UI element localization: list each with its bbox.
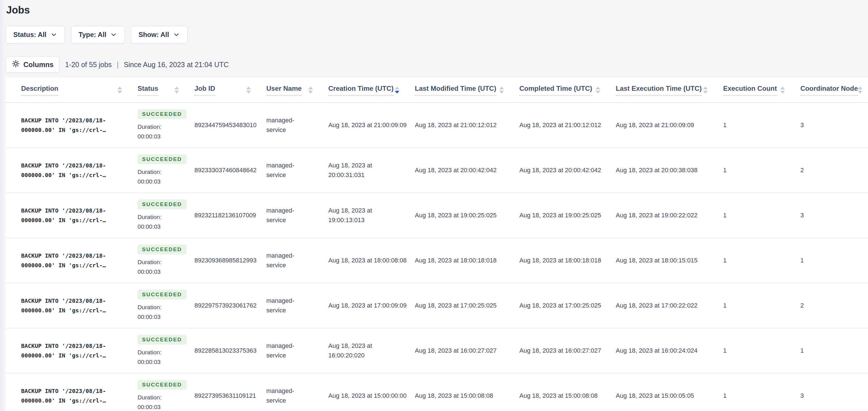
description-cell: BACKUP INTO '/2023/08/18-000000.00' IN '… — [21, 116, 137, 135]
table-row[interactable]: BACKUP INTO '/2023/08/18-000000.00' IN '… — [6, 148, 868, 193]
column-header-creation-time[interactable]: Creation Time (UTC) — [328, 85, 415, 95]
job-description[interactable]: BACKUP INTO '/2023/08/18-000000.00' IN '… — [21, 161, 106, 180]
since-timestamp: Since Aug 16, 2023 at 21:04 UTC — [124, 61, 228, 69]
user-name-cell: managed-service — [266, 161, 328, 180]
table-row[interactable]: BACKUP INTO '/2023/08/18-000000.00' IN '… — [6, 283, 868, 328]
sort-carets-icon — [395, 87, 399, 94]
results-count: 1-20 of 55 jobs — [65, 61, 112, 69]
coordinator-node-cell: 3 — [800, 120, 861, 130]
job-id-cell: 892309368985812993 — [194, 256, 266, 265]
chevron-down-icon — [51, 31, 57, 38]
column-header-last-execution-time[interactable]: Last Execution Time (UTC) — [616, 85, 723, 95]
column-label: Status — [137, 85, 158, 95]
description-cell: BACKUP INTO '/2023/08/18-000000.00' IN '… — [21, 296, 137, 315]
last-execution-time-cell: Aug 18, 2023 at 18:00:15:015 — [616, 256, 723, 265]
column-header-job-id[interactable]: Job ID — [194, 85, 266, 95]
table-row[interactable]: BACKUP INTO '/2023/08/18-000000.00' IN '… — [6, 103, 868, 148]
status-badge: SUCCEEDED — [137, 154, 187, 164]
execution-count-cell: 1 — [723, 391, 800, 401]
duration-label: Duration: — [137, 393, 189, 402]
user-name-cell: managed-service — [266, 341, 328, 360]
duration-label: Duration: — [137, 167, 189, 177]
last-execution-time-cell: Aug 18, 2023 at 19:00:22:022 — [616, 211, 723, 220]
job-description[interactable]: BACKUP INTO '/2023/08/18-000000.00' IN '… — [21, 341, 106, 360]
last-modified-time-cell: Aug 18, 2023 at 16:00:27:027 — [415, 346, 519, 355]
coordinator-node-cell: 2 — [800, 166, 861, 175]
completed-time-cell: Aug 18, 2023 at 16:00:27:027 — [519, 346, 616, 355]
sort-carets-icon — [246, 87, 251, 94]
sort-carets-icon — [308, 87, 313, 94]
status-filter-dropdown[interactable]: Status: All — [6, 26, 65, 43]
job-description[interactable]: BACKUP INTO '/2023/08/18-000000.00' IN '… — [21, 251, 106, 270]
description-cell: BACKUP INTO '/2023/08/18-000000.00' IN '… — [21, 161, 137, 180]
status-cell: SUCCEEDED Duration: 00:00:03 — [137, 154, 194, 186]
table-row[interactable]: BACKUP INTO '/2023/08/18-000000.00' IN '… — [6, 193, 868, 238]
column-header-description[interactable]: Description — [21, 85, 137, 95]
sort-carets-icon — [118, 87, 122, 94]
user-name: managed-service — [266, 341, 303, 360]
column-label: Creation Time (UTC) — [328, 85, 394, 95]
coordinator-node-cell: 1 — [800, 346, 861, 355]
execution-count-cell: 1 — [723, 166, 800, 175]
job-id-cell: 892321182136107009 — [194, 211, 266, 220]
column-label: Coordinator Node — [800, 85, 858, 95]
column-header-execution-count[interactable]: Execution Count — [723, 85, 800, 95]
creation-time: Aug 18, 2023 at 19:00:13:013 — [328, 206, 407, 225]
status-badge: SUCCEEDED — [137, 334, 187, 345]
duration-value: 00:00:03 — [137, 131, 189, 141]
creation-time-cell: Aug 18, 2023 at 17:00:09:09 — [328, 301, 415, 311]
show-filter-dropdown[interactable]: Show: All — [131, 26, 187, 43]
job-id-cell: 892297573923061762 — [194, 301, 266, 311]
column-label: Completed Time (UTC) — [519, 85, 592, 95]
columns-button[interactable]: Columns — [6, 56, 59, 73]
description-cell: BACKUP INTO '/2023/08/18-000000.00' IN '… — [21, 251, 137, 270]
column-label: Execution Count — [723, 85, 777, 95]
status-badge: SUCCEEDED — [137, 244, 187, 255]
jobs-table: Description Status Job ID User Name Crea… — [6, 78, 868, 411]
table-row[interactable]: BACKUP INTO '/2023/08/18-000000.00' IN '… — [6, 328, 868, 374]
column-header-user-name[interactable]: User Name — [266, 85, 328, 95]
column-header-last-modified-time[interactable]: Last Modified Time (UTC) — [415, 85, 519, 95]
creation-time-cell: Aug 18, 2023 at 21:00:09:09 — [328, 120, 415, 130]
completed-time-cell: Aug 18, 2023 at 19:00:25:025 — [519, 211, 616, 220]
duration-label: Duration: — [137, 257, 189, 267]
last-execution-time-cell: Aug 18, 2023 at 17:00:22:022 — [616, 301, 723, 311]
completed-time-cell: Aug 18, 2023 at 21:00:12:012 — [519, 120, 616, 130]
last-modified-time-cell: Aug 18, 2023 at 18:00:18:018 — [415, 256, 519, 265]
table-body: BACKUP INTO '/2023/08/18-000000.00' IN '… — [6, 103, 868, 411]
job-id-cell: 892285813023375363 — [194, 346, 266, 355]
sort-carets-icon — [596, 87, 600, 94]
job-id-cell: 892344759453483010 — [194, 120, 266, 130]
status-cell: SUCCEEDED Duration: 00:00:03 — [137, 109, 194, 141]
table-row[interactable]: BACKUP INTO '/2023/08/18-000000.00' IN '… — [6, 238, 868, 283]
coordinator-node-cell: 3 — [800, 391, 861, 401]
creation-time: Aug 18, 2023 at 20:00:31:031 — [328, 161, 407, 180]
duration-value: 00:00:03 — [137, 357, 189, 367]
column-header-completed-time[interactable]: Completed Time (UTC) — [519, 85, 616, 95]
last-modified-time-cell: Aug 18, 2023 at 19:00:25:025 — [415, 211, 519, 220]
duration-value: 00:00:03 — [137, 312, 189, 322]
job-description[interactable]: BACKUP INTO '/2023/08/18-000000.00' IN '… — [21, 296, 106, 315]
duration-value: 00:00:03 — [137, 402, 189, 411]
toolbar-separator: | — [117, 60, 119, 69]
execution-count-cell: 1 — [723, 301, 800, 311]
job-description[interactable]: BACKUP INTO '/2023/08/18-000000.00' IN '… — [21, 386, 106, 405]
sort-carets-icon — [499, 87, 504, 94]
job-id-cell: 892273953631109121 — [194, 391, 266, 401]
jobs-page: Jobs Status: All Type: All Show: All — [0, 0, 868, 411]
job-description[interactable]: BACKUP INTO '/2023/08/18-000000.00' IN '… — [21, 116, 106, 135]
completed-time-cell: Aug 18, 2023 at 15:00:08:08 — [519, 391, 616, 401]
coordinator-node-cell: 3 — [800, 211, 861, 220]
execution-count-cell: 1 — [723, 346, 800, 355]
column-header-coordinator-node[interactable]: Coordinator Node — [800, 85, 861, 95]
table-row[interactable]: BACKUP INTO '/2023/08/18-000000.00' IN '… — [6, 374, 868, 411]
type-filter-dropdown[interactable]: Type: All — [71, 26, 125, 43]
creation-time-cell: Aug 18, 2023 at 16:00:20:020 — [328, 341, 415, 360]
column-label: Description — [21, 85, 58, 95]
user-name-cell: managed-service — [266, 386, 328, 405]
user-name-cell: managed-service — [266, 206, 328, 225]
user-name: managed-service — [266, 251, 303, 270]
column-header-status[interactable]: Status — [137, 85, 194, 95]
job-description[interactable]: BACKUP INTO '/2023/08/18-000000.00' IN '… — [21, 206, 106, 225]
user-name: managed-service — [266, 161, 303, 180]
